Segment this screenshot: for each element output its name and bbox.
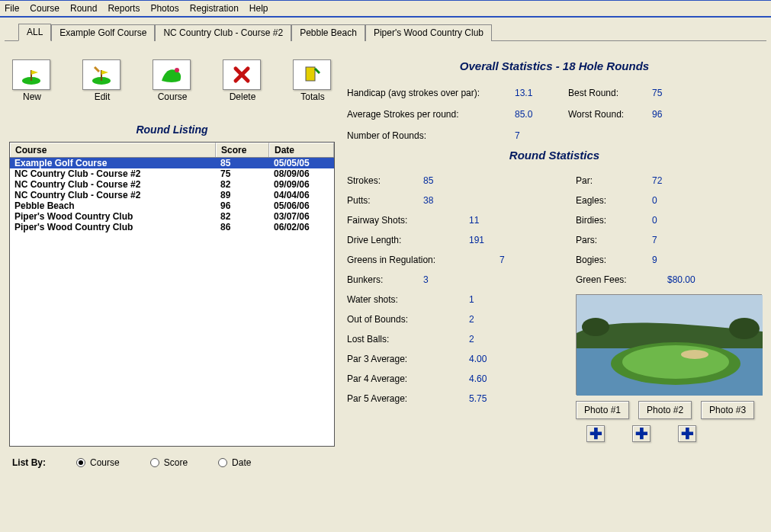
cell-date: 05/05/05 bbox=[269, 158, 334, 168]
header-course[interactable]: Course bbox=[10, 143, 216, 157]
bogies-label: Bogies: bbox=[576, 255, 652, 265]
eagles-label: Eagles: bbox=[576, 195, 652, 206]
edit-button[interactable]: Edit bbox=[82, 59, 122, 102]
p4-value: 4.60 bbox=[469, 373, 487, 384]
photo-1-button[interactable]: Photo #1 bbox=[576, 401, 629, 419]
menu-course[interactable]: Course bbox=[30, 3, 59, 14]
svg-marker-5 bbox=[101, 70, 108, 75]
new-label: New bbox=[12, 91, 52, 102]
eagles-value: 0 bbox=[652, 195, 657, 206]
fairway-label: Fairway Shots: bbox=[347, 215, 469, 226]
table-row[interactable]: Piper's Wood Country Club8203/07/06 bbox=[10, 211, 334, 222]
cell-date: 03/07/06 bbox=[269, 211, 334, 222]
radio-icon bbox=[150, 458, 159, 467]
water-label: Water shots: bbox=[347, 294, 469, 305]
new-button[interactable]: New bbox=[12, 59, 52, 102]
table-row[interactable]: NC Country Club - Course #28209/09/06 bbox=[10, 179, 334, 190]
tab-nc-country-club[interactable]: NC Country Club - Course #2 bbox=[155, 24, 291, 41]
par-value: 72 bbox=[652, 175, 662, 186]
greens-label: Greens in Regulation: bbox=[347, 255, 500, 265]
course-tabs: ALL Example Golf Course NC Country Club … bbox=[18, 24, 771, 40]
table-row[interactable]: Pebble Beach9605/06/06 bbox=[10, 200, 334, 211]
menu-file[interactable]: File bbox=[5, 3, 19, 14]
oob-label: Out of Bounds: bbox=[347, 314, 469, 325]
cell-score: 86 bbox=[216, 222, 269, 232]
add-photo-1[interactable]: ✚ bbox=[586, 425, 605, 442]
par-label: Par: bbox=[576, 175, 652, 186]
header-score[interactable]: Score bbox=[216, 143, 269, 157]
p3-value: 4.00 bbox=[469, 354, 487, 364]
table-row[interactable]: Example Golf Course8505/05/05 bbox=[10, 158, 334, 168]
best-round-label: Best Round: bbox=[568, 88, 652, 98]
round-listing[interactable]: Course Score Date Example Golf Course850… bbox=[9, 142, 335, 447]
greens-value: 7 bbox=[500, 255, 505, 265]
putts-label: Putts: bbox=[347, 195, 423, 206]
svg-line-6 bbox=[95, 67, 99, 72]
course-photo bbox=[576, 294, 762, 395]
cell-score: 85 bbox=[216, 158, 269, 168]
pars-value: 7 bbox=[652, 235, 657, 245]
drive-label: Drive Length: bbox=[347, 235, 469, 245]
best-round-value: 75 bbox=[652, 88, 705, 98]
table-row[interactable]: Piper's Wood Country Club8606/02/06 bbox=[10, 222, 334, 232]
menu-round[interactable]: Round bbox=[70, 3, 97, 14]
add-photo-3[interactable]: ✚ bbox=[678, 425, 696, 442]
tab-all[interactable]: ALL bbox=[18, 24, 51, 41]
tab-pebble-beach[interactable]: Pebble Beach bbox=[291, 24, 365, 41]
cell-course: NC Country Club - Course #2 bbox=[10, 179, 216, 190]
course-button[interactable]: Course bbox=[153, 59, 192, 102]
menu-photos[interactable]: Photos bbox=[150, 3, 178, 14]
photo-3-button[interactable]: Photo #3 bbox=[701, 401, 754, 419]
header-date[interactable]: Date bbox=[269, 143, 334, 157]
svg-point-16 bbox=[681, 350, 708, 359]
p4-label: Par 4 Average: bbox=[347, 373, 469, 384]
table-row[interactable]: NC Country Club - Course #27508/09/06 bbox=[10, 168, 334, 179]
cell-score: 96 bbox=[216, 200, 269, 211]
totals-button[interactable]: Totals bbox=[293, 59, 332, 102]
cell-date: 09/09/06 bbox=[269, 179, 334, 190]
delete-button[interactable]: Delete bbox=[223, 59, 262, 102]
bunkers-value: 3 bbox=[423, 274, 429, 285]
svg-rect-10 bbox=[306, 67, 315, 81]
round-listing-title: Round Listing bbox=[9, 123, 335, 136]
lost-label: Lost Balls: bbox=[347, 334, 469, 345]
list-header: Course Score Date bbox=[10, 143, 334, 158]
delete-label: Delete bbox=[223, 91, 262, 102]
menu-help[interactable]: Help bbox=[249, 3, 268, 14]
tab-pipers-wood[interactable]: Piper's Wood Country Club bbox=[365, 24, 492, 41]
list-body: Example Golf Course8505/05/05NC Country … bbox=[10, 158, 334, 232]
listby-score[interactable]: Score bbox=[150, 457, 188, 468]
menubar-divider bbox=[0, 16, 771, 18]
menu-registration[interactable]: Registration bbox=[190, 3, 239, 14]
listby-course[interactable]: Course bbox=[76, 457, 120, 468]
golf-tee-icon bbox=[12, 59, 50, 90]
avg-strokes-value: 85.0 bbox=[515, 109, 568, 120]
listby-date[interactable]: Date bbox=[218, 457, 251, 468]
birdies-label: Birdies: bbox=[576, 215, 652, 226]
svg-line-11 bbox=[315, 69, 320, 73]
add-photo-2[interactable]: ✚ bbox=[632, 425, 651, 442]
strokes-label: Strokes: bbox=[347, 175, 423, 186]
course-map-icon bbox=[153, 59, 191, 90]
fairway-value: 11 bbox=[469, 215, 479, 226]
delete-x-icon bbox=[223, 59, 261, 90]
green-fees-value: $80.00 bbox=[667, 274, 696, 285]
p3-label: Par 3 Average: bbox=[347, 354, 469, 364]
overall-stats: Handicap (avg strokes over par): 13.1 Be… bbox=[347, 88, 762, 141]
photo-2-button[interactable]: Photo #2 bbox=[638, 401, 692, 419]
golf-edit-icon bbox=[82, 59, 120, 90]
tab-example-golf-course[interactable]: Example Golf Course bbox=[51, 24, 155, 41]
cell-course: Pebble Beach bbox=[10, 200, 216, 211]
add-photo-row: ✚ ✚ ✚ bbox=[576, 425, 762, 442]
cell-course: NC Country Club - Course #2 bbox=[10, 168, 216, 179]
avg-strokes-label: Average Strokes per round: bbox=[347, 109, 515, 120]
worst-round-value: 96 bbox=[652, 109, 705, 120]
cell-date: 06/02/06 bbox=[269, 222, 334, 232]
radio-icon bbox=[218, 458, 227, 467]
overall-stats-title: Overall Statistics - 18 Hole Rounds bbox=[347, 59, 762, 72]
menu-reports[interactable]: Reports bbox=[108, 3, 140, 14]
totals-icon bbox=[293, 59, 331, 90]
cell-course: Example Golf Course bbox=[10, 158, 216, 168]
num-rounds-value: 7 bbox=[515, 130, 568, 141]
table-row[interactable]: NC Country Club - Course #28904/04/06 bbox=[10, 190, 334, 200]
